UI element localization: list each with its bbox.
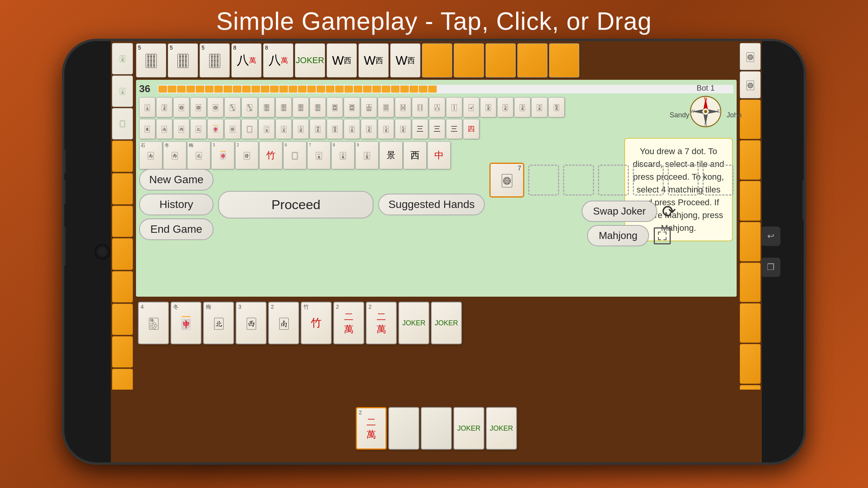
player-manzai-1[interactable]: 2 二萬 [333, 302, 364, 344]
top-tile-west-2[interactable]: W西 [358, 43, 389, 77]
right-tile-orange-3[interactable] [740, 181, 761, 220]
wall-tile-12[interactable]: 🀗 [327, 97, 343, 117]
expand-icon[interactable] [654, 227, 671, 244]
player-flower-1[interactable]: 4 🀢 [138, 302, 169, 344]
wall-tile-25[interactable]: 🀋 [548, 97, 565, 117]
wall2-tile-9[interactable]: 🀈 [276, 119, 292, 139]
wall2-tile-20[interactable]: 四 [463, 119, 479, 139]
wall-tile-5[interactable]: 🀙 [207, 97, 224, 117]
refresh-icon[interactable]: ⟳ [662, 201, 676, 221]
back-icon[interactable]: ↩ [761, 227, 780, 246]
player-joker-2[interactable]: JOKER [431, 302, 462, 344]
wall2-tile-15[interactable]: 🀎 [378, 119, 394, 139]
left-tile-orange-1[interactable] [112, 141, 133, 172]
bottom-joker-2[interactable]: JOKER [486, 407, 517, 450]
left-tile-orange-5[interactable] [112, 271, 133, 302]
wall-tile-4[interactable]: 🀙 [190, 97, 207, 117]
suggested-hands-button[interactable]: Suggested Hands [378, 194, 485, 215]
wall-tile-6[interactable]: 🀛 [224, 97, 241, 117]
player-flower-2[interactable]: 冬 🀄 [170, 302, 202, 344]
right-tile-circle-1[interactable]: 🀙 [740, 43, 761, 70]
top-tile-bamboo-8a[interactable]: 8八萬 [231, 43, 262, 77]
top-tile-facedown-4[interactable] [517, 43, 548, 77]
right-tile-orange-1[interactable] [740, 100, 761, 139]
power-button-right[interactable] [802, 180, 805, 219]
top-tile-facedown-2[interactable] [454, 43, 484, 77]
right-tile-orange-7[interactable] [740, 344, 761, 383]
power-button-left[interactable] [63, 227, 66, 266]
wall-tile-20[interactable]: 🀐 [463, 97, 479, 117]
volume-up-button[interactable] [63, 149, 66, 173]
drawn-tile[interactable]: 7 🀙 [489, 163, 524, 198]
wall2-tile-10[interactable]: 🀉 [293, 119, 309, 139]
wall2-tile-1[interactable]: 🀀 [139, 119, 155, 139]
left-tile-orange-4[interactable] [112, 238, 133, 270]
wall2-tile-13[interactable]: 🀌 [344, 119, 360, 139]
left-tile-orange-6[interactable] [112, 304, 133, 335]
wall-tile-18[interactable]: 🀒 [429, 97, 445, 117]
wall-tile-7[interactable]: 🀛 [241, 97, 258, 117]
player-flower-4[interactable]: 3 🀂 [236, 302, 267, 344]
right-tile-orange-5[interactable] [740, 263, 761, 302]
new-game-button[interactable]: New Game [139, 169, 214, 191]
copy-icon[interactable]: ❐ [761, 258, 780, 277]
top-tile-facedown-5[interactable] [549, 43, 579, 77]
end-game-button[interactable]: End Game [139, 218, 214, 240]
wall2-tile-12[interactable]: 🀋 [327, 119, 343, 139]
wall-tile-8[interactable]: 🀘 [258, 97, 275, 117]
wall-tile-21[interactable]: 🀏 [480, 97, 496, 117]
wall-tile-17[interactable]: 🀓 [412, 97, 428, 117]
bottom-main-tile-2[interactable] [388, 407, 419, 450]
wall2-tile-5[interactable]: 🀄 [207, 119, 224, 139]
left-tile-orange-2[interactable] [112, 173, 133, 204]
bottom-joker-1[interactable]: JOKER [453, 407, 484, 450]
proceed-button[interactable]: Proceed [218, 191, 374, 218]
history-button[interactable]: History [139, 194, 214, 215]
top-tile-joker[interactable]: JOKER [295, 43, 325, 77]
wall2-tile-2[interactable]: 🀁 [156, 119, 172, 139]
left-tile-bamboo-3[interactable]: 🀆 [112, 108, 133, 139]
wall-tile-10[interactable]: 🀘 [293, 97, 309, 117]
wall-tile-16[interactable]: 🀔 [395, 97, 411, 117]
wall-tile-3[interactable]: 🀙 [173, 97, 189, 117]
swap-joker-button[interactable]: Swap Joker [582, 201, 658, 222]
wall-tile-2[interactable]: 🀍 [156, 97, 172, 117]
right-tile-orange-2[interactable] [740, 140, 761, 180]
player-flower-3[interactable]: 梅 🀃 [203, 302, 234, 344]
player-bamboo-1[interactable]: 竹 竹 [301, 302, 332, 344]
bottom-main-tile-1[interactable]: 2 二萬 [356, 407, 387, 450]
left-tile-orange-3[interactable] [112, 206, 133, 237]
wall-tile-9[interactable]: 🀘 [276, 97, 292, 117]
wall-tile-14[interactable]: 🀖 [361, 97, 377, 117]
wall-tile-19[interactable]: 🀑 [446, 97, 462, 117]
left-tile-orange-7[interactable] [112, 336, 133, 368]
mahjong-button[interactable]: Mahjong [587, 225, 649, 246]
top-tile-facedown-3[interactable] [486, 43, 516, 77]
player-flower-5[interactable]: 2 🀁 [268, 302, 299, 344]
right-tile-orange-6[interactable] [740, 303, 761, 343]
player-manzai-2[interactable]: 2 二萬 [366, 302, 397, 344]
right-tile-orange-4[interactable] [740, 222, 761, 261]
wall-tile-22[interactable]: 🀎 [497, 97, 513, 117]
top-tile-bamboo-8b[interactable]: 8八萬 [263, 43, 293, 77]
wall2-tile-17[interactable]: 三 [412, 119, 428, 139]
wall2-tile-3[interactable]: 🀂 [173, 119, 189, 139]
wall-tile-24[interactable]: 🀌 [531, 97, 548, 117]
top-tile-dot-5c[interactable]: 5🀘 [200, 43, 230, 77]
wall2-tile-16[interactable]: 🀏 [395, 119, 411, 139]
wall2-tile-8[interactable]: 🀇 [258, 119, 275, 139]
wall-tile-11[interactable]: 🀘 [310, 97, 326, 117]
top-tile-west-1[interactable]: W西 [327, 43, 357, 77]
wall2-tile-6[interactable]: 🀅 [224, 119, 241, 139]
top-tile-west-3[interactable]: W西 [390, 43, 420, 77]
wall-tile-13[interactable]: 🀗 [344, 97, 360, 117]
wall2-tile-19[interactable]: 三 [446, 119, 462, 139]
wall-tile-1[interactable]: 🀇 [139, 97, 155, 117]
wall2-tile-11[interactable]: 🀊 [310, 119, 326, 139]
left-tile-bamboo-1[interactable]: 🀈 [112, 43, 133, 74]
wall2-tile-14[interactable]: 🀍 [361, 119, 377, 139]
top-tile-facedown-1[interactable] [422, 43, 452, 77]
wall2-tile-18[interactable]: 三 [429, 119, 445, 139]
right-tile-circle-2[interactable]: 🀙 [740, 71, 761, 98]
wall2-tile-4[interactable]: 🀃 [190, 119, 207, 139]
